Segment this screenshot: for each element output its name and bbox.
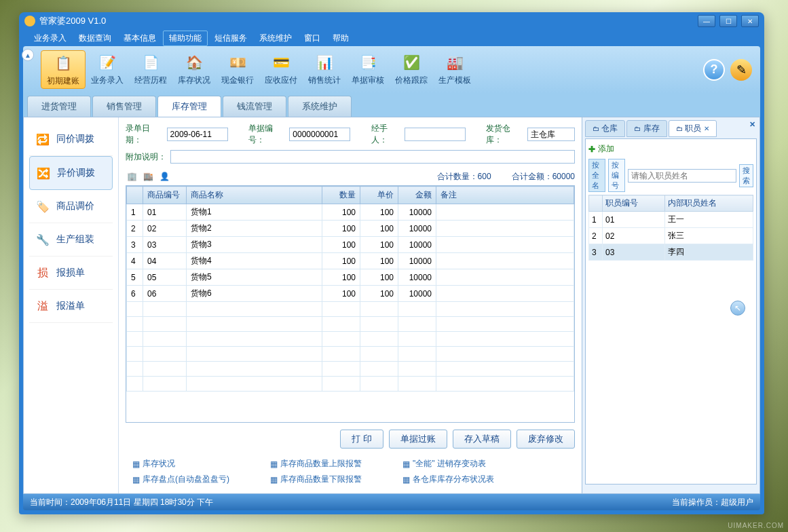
sidebar-icon-4: 损 (35, 265, 51, 281)
tool-6[interactable]: 📊销售统计 (303, 50, 346, 89)
date-input[interactable] (167, 128, 228, 141)
date-label: 录单日期： (126, 123, 163, 146)
menu-4[interactable]: 短信服务 (209, 31, 252, 45)
menu-1[interactable]: 数据查询 (73, 31, 117, 45)
sidebar-item-3[interactable]: 🔧生产组装 (29, 223, 113, 256)
building1-icon[interactable]: 🏢 (126, 170, 138, 183)
tool-9[interactable]: 🏭生产模板 (433, 50, 476, 89)
seg-code[interactable]: 按编号 (608, 159, 625, 192)
app-window: 管家婆2009 V1.0 — ☐ ✕ 业务录入数据查询基本信息辅助功能短信服务系… (19, 12, 764, 514)
maintab-4[interactable]: 系统维护 (288, 96, 352, 117)
statusbar: 当前时间：2009年06月11日 星期四 18时30分 下午 当前操作员：超级用… (23, 494, 760, 510)
right-panel: ✕ 🗀 仓库🗀 库存🗀 职员✕ ✚ 添加 按全名 按编号 搜索 职员编号内部职员… (582, 117, 759, 493)
menu-7[interactable]: 帮助 (327, 31, 354, 45)
app-logo-icon (24, 16, 35, 26)
sidebar-item-4[interactable]: 损报损单 (29, 256, 113, 290)
sidebar-item-2[interactable]: 🏷️商品调价 (29, 190, 113, 223)
tool-icon-8: ✅ (400, 52, 422, 73)
maintab-2[interactable]: 库存管理 (157, 96, 221, 117)
handler-input[interactable] (405, 128, 466, 141)
tool-3[interactable]: 🏠库存状况 (172, 50, 216, 89)
tool-2[interactable]: 📄经营历程 (129, 50, 172, 89)
tab-close-icon[interactable]: ✕ (704, 125, 709, 132)
maintab-3[interactable]: 钱流管理 (223, 96, 286, 117)
menu-2[interactable]: 基本信息 (118, 31, 162, 45)
quick-link[interactable]: ▦ 库存状况 (132, 458, 229, 470)
seg-fullname[interactable]: 按全名 (588, 159, 605, 192)
table-row[interactable]: 303货物310010010000 (127, 237, 574, 253)
tool-icon-5: 💳 (270, 52, 292, 73)
tool-1[interactable]: 📝业务录入 (86, 50, 129, 89)
person-icon[interactable]: 👤 (158, 170, 170, 183)
docno-label: 单据编号： (248, 123, 286, 146)
menu-0[interactable]: 业务录入 (29, 31, 72, 45)
quick-link[interactable]: ▦ "全能" 进销存变动表 (402, 458, 494, 470)
window-title: 管家婆2009 V1.0 (39, 15, 698, 27)
add-button[interactable]: ✚ 添加 (588, 142, 753, 156)
quick-links: ▦ 库存状况▦ 库存盘点(自动盘盈盘亏)▦ 库存商品数量上限报警▦ 库存商品数量… (126, 455, 575, 488)
menu-6[interactable]: 窗口 (299, 31, 326, 45)
tool-4[interactable]: 💴现金银行 (216, 50, 259, 89)
titlebar[interactable]: 管家婆2009 V1.0 — ☐ ✕ (19, 12, 764, 30)
grid-icon: ▦ (270, 475, 278, 484)
discard-button[interactable]: 废弃修改 (517, 430, 575, 449)
main-panel: 录单日期： 单据编号： 经手人： 发货仓库： 附加说明： 🏢 🏬 👤 (119, 117, 582, 493)
quick-link[interactable]: ▦ 各仓库库存分布状况表 (402, 474, 494, 485)
sidebar-icon-2: 🏷️ (35, 198, 51, 214)
minimize-button[interactable]: — (698, 15, 715, 27)
tool-7[interactable]: 📑单据审核 (346, 50, 390, 89)
grid-icon: ▦ (132, 459, 140, 469)
sidebar-item-0[interactable]: 🔁同价调拨 (29, 123, 113, 156)
tool-8[interactable]: ✅价格跟踪 (390, 50, 433, 89)
employee-grid[interactable]: 职员编号内部职员姓名101王一202张三303李四 (588, 195, 753, 261)
refresh-icon[interactable]: ✎ (730, 59, 752, 81)
collapse-toolbar-button[interactable]: ▲ (22, 49, 34, 61)
total-qty: 合计数量：600 (437, 171, 491, 183)
folder-icon: 🗀 (634, 125, 641, 132)
panel-close-icon[interactable]: ✕ (749, 120, 755, 129)
quick-link[interactable]: ▦ 库存商品数量下限报警 (270, 474, 362, 485)
sidebar: 🔁同价调拨🔀异价调拨🏷️商品调价🔧生产组装损报损单溢报溢单 (24, 117, 119, 493)
print-button[interactable]: 打 印 (340, 430, 383, 449)
menubar: 业务录入数据查询基本信息辅助功能短信服务系统维护窗口帮助 (19, 30, 764, 46)
search-input[interactable] (628, 169, 736, 183)
maintab-1[interactable]: 销售管理 (92, 96, 156, 117)
warehouse-input[interactable] (527, 128, 575, 141)
tool-icon-6: 📊 (314, 52, 335, 73)
menu-5[interactable]: 系统维护 (254, 31, 297, 45)
toolbar: ▲ 📋初期建账📝业务录入📄经营历程🏠库存状况💴现金银行💳应收应付📊销售统计📑单据… (23, 46, 760, 93)
note-input[interactable] (170, 150, 575, 164)
table-row[interactable]: 606货物610010010000 (127, 286, 574, 302)
table-row[interactable]: 202货物210010010000 (127, 221, 574, 237)
help-icon[interactable]: ? (703, 59, 725, 81)
plus-icon: ✚ (588, 145, 595, 154)
tool-icon-4: 💴 (227, 52, 248, 73)
tool-icon-3: 🏠 (183, 52, 205, 73)
docno-input[interactable] (289, 128, 350, 141)
maintab-0[interactable]: 进货管理 (27, 96, 91, 117)
building2-icon[interactable]: 🏬 (142, 170, 154, 183)
draft-button[interactable]: 存入草稿 (453, 430, 511, 449)
items-grid[interactable]: 商品编号商品名称数量单价金额备注101货物110010010000202货物21… (126, 185, 575, 423)
sidebar-item-1[interactable]: 🔀异价调拨 (29, 156, 113, 190)
close-button[interactable]: ✕ (741, 15, 759, 27)
table-row[interactable]: 101货物110010010000 (127, 204, 574, 221)
search-button[interactable]: 搜索 (739, 164, 753, 187)
rtab-1[interactable]: 🗀 库存 (626, 120, 667, 137)
quick-link[interactable]: ▦ 库存盘点(自动盘盈盘亏) (132, 474, 229, 485)
table-row[interactable]: 404货物410010010000 (127, 253, 574, 269)
table-row[interactable]: 505货物510010010000 (127, 269, 574, 286)
employee-row[interactable]: 202张三 (589, 228, 753, 244)
rtab-0[interactable]: 🗀 仓库 (585, 120, 625, 137)
employee-row[interactable]: 101王一 (589, 212, 753, 228)
employee-row[interactable]: 303李四 (589, 244, 753, 261)
maximize-button[interactable]: ☐ (719, 15, 737, 27)
main-tabs: 进货管理销售管理库存管理钱流管理系统维护 (23, 93, 760, 117)
menu-3[interactable]: 辅助功能 (163, 31, 208, 46)
rtab-2[interactable]: 🗀 职员✕ (669, 120, 717, 137)
tool-5[interactable]: 💳应收应付 (259, 50, 303, 89)
sidebar-item-5[interactable]: 溢报溢单 (29, 290, 113, 323)
tool-0[interactable]: 📋初期建账 (41, 50, 86, 89)
quick-link[interactable]: ▦ 库存商品数量上限报警 (270, 458, 362, 470)
post-button[interactable]: 单据过账 (389, 430, 447, 449)
